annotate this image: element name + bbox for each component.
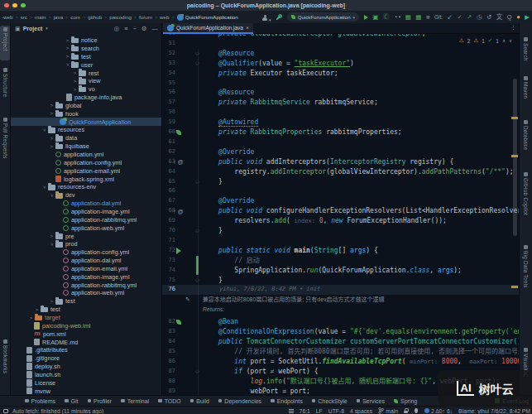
tree-item[interactable]: application-web.yml <box>11 289 161 297</box>
tree-item[interactable]: >resources-env <box>11 183 161 191</box>
tree-item[interactable]: >vo <box>11 85 161 94</box>
tool-window-button-todo[interactable]: TODO <box>158 398 181 404</box>
stripe-tab-project[interactable]: Project <box>0 26 10 60</box>
chevron-down-icon[interactable]: ▾ <box>399 11 401 23</box>
chevron-collapsed-icon[interactable]: > <box>48 233 55 239</box>
history-icon[interactable]: ◷ <box>477 11 482 23</box>
hide-panel-icon[interactable]: — <box>152 25 159 32</box>
tree-item[interactable]: README.md <box>11 338 161 346</box>
indent-setting[interactable]: 4 spaces <box>350 408 372 414</box>
grid-icon[interactable] <box>289 409 294 413</box>
project-panel-title[interactable]: Project <box>23 26 43 31</box>
tool-window-button-dependencies[interactable]: Dependencies <box>218 398 261 404</box>
tree-item[interactable]: paicoding-web.iml <box>11 321 161 330</box>
plugin-orange-icon[interactable]: ● <box>516 11 520 23</box>
tree-item[interactable]: launch.sh <box>11 371 161 379</box>
inspection-widget[interactable]: ⚠2⚠1✓1∧∨ <box>459 37 512 44</box>
tree-item[interactable]: deploy.sh <box>11 363 161 371</box>
bell-icon[interactable] <box>414 408 419 413</box>
tree-item[interactable]: >liquibase <box>11 142 161 151</box>
tree-item[interactable]: >global <box>11 102 161 110</box>
tree-item[interactable]: mvnw <box>11 387 161 395</box>
tree-item[interactable]: >test <box>11 52 161 60</box>
breadcrumb-item[interactable]: QuickForumApplication <box>185 14 238 20</box>
chevron-collapsed-icon[interactable]: > <box>48 110 55 117</box>
fold-marker-icon[interactable]: ◇ <box>195 59 199 69</box>
breadcrumb-item[interactable]: web <box>160 14 169 20</box>
tree-item[interactable]: >hook <box>11 109 161 118</box>
tree-item[interactable]: application-email.yml <box>11 166 161 175</box>
tree-item[interactable]: application-image.yml <box>11 272 161 281</box>
breadcrumb-item[interactable]: -web <box>2 14 12 20</box>
tree-item[interactable]: application-config.yml <box>11 158 161 166</box>
wrench-icon[interactable] <box>276 14 282 21</box>
locate-file-icon[interactable]: ◎ <box>114 25 120 32</box>
tree-item[interactable]: >search <box>11 45 161 53</box>
chevron-expanded-icon[interactable]: > <box>65 61 71 69</box>
chevron-collapsed-icon[interactable]: > <box>64 37 71 44</box>
next-issue-icon[interactable]: ∨ <box>509 38 512 43</box>
tree-item[interactable]: .gitignore <box>11 354 161 363</box>
collapse-all-icon[interactable]: ≡ <box>124 25 127 32</box>
stripe-tab-maven[interactable]: Maven <box>520 76 532 114</box>
fold-marker-icon[interactable]: ◇ <box>195 367 199 377</box>
prev-issue-icon[interactable]: ∧ <box>502 38 506 43</box>
editor-tab[interactable]: QuickForumApplication.java × <box>163 23 253 34</box>
fold-marker-icon[interactable]: ◇ <box>195 276 199 286</box>
override-gutter-icon[interactable]: ↑ <box>173 209 176 214</box>
spring-bean-gutter-icon[interactable] <box>176 320 181 325</box>
tree-item[interactable]: application-config.yml <box>11 248 161 257</box>
tree-item[interactable]: logback-spring.xml <box>11 175 161 183</box>
tree-item[interactable]: >data <box>11 134 161 142</box>
override-gutter-icon[interactable]: ↑ <box>173 159 176 165</box>
git-push-icon[interactable]: ↗ <box>467 11 472 23</box>
line-ending[interactable]: LF <box>316 408 323 414</box>
run-config-select[interactable]: QuickForumApplication▾ <box>287 12 359 22</box>
encoding[interactable]: UTF-8 <box>328 408 344 414</box>
stripe-tab-database[interactable]: Database <box>520 120 532 166</box>
breadcrumb[interactable]: -web>src>main>java>com>github>paicoding>… <box>0 14 238 21</box>
breadcrumb-item[interactable]: paicoding <box>109 14 132 20</box>
tree-item[interactable]: >target <box>11 314 161 322</box>
tree-item[interactable]: application-rabbitmq.yml <box>11 215 161 224</box>
stop-icon[interactable]: ■ <box>426 11 430 23</box>
settings-gear-icon[interactable]: ⚙ <box>141 25 147 32</box>
breadcrumb-item[interactable]: forum <box>139 14 152 20</box>
tree-item[interactable]: >dev <box>11 191 161 200</box>
tree-item[interactable]: >view <box>11 77 161 85</box>
tree-item[interactable]: >resources <box>11 126 161 134</box>
run-icon[interactable] <box>364 15 368 20</box>
chevron-collapsed-icon[interactable]: > <box>48 298 55 305</box>
tree-item[interactable]: mpom.xml <box>11 330 161 338</box>
rollback-icon[interactable]: ↺ <box>486 11 491 23</box>
stripe-tab-bookmarks[interactable]: Bookmarks <box>0 338 10 383</box>
chevron-collapsed-icon[interactable]: > <box>64 45 71 51</box>
chevron-collapsed-icon[interactable]: > <box>64 53 71 60</box>
tree-item[interactable]: application.yml <box>11 151 161 159</box>
chevron-down-icon[interactable]: ▼ <box>45 26 48 31</box>
git-update-icon[interactable]: ↙ <box>448 11 453 23</box>
chevron-collapsed-icon[interactable]: > <box>71 78 79 84</box>
translate-icon[interactable]: 文 <box>496 11 503 23</box>
stripe-tab-structure[interactable]: Structure <box>0 66 10 109</box>
chevron-expanded-icon[interactable]: > <box>49 240 55 248</box>
lock-icon[interactable] <box>404 408 408 413</box>
breadcrumb-item[interactable]: src <box>21 14 27 20</box>
profiler-icon[interactable]: ◔ <box>394 11 398 23</box>
stripe-tab-pull-requests[interactable]: Pull Requests <box>0 116 10 167</box>
chevron-expanded-icon[interactable]: > <box>41 183 48 190</box>
tool-window-toggle-icon[interactable] <box>3 409 8 413</box>
user-icon[interactable]: ▾ <box>262 10 271 25</box>
tool-window-button-terminal[interactable]: Terminal <box>121 398 149 404</box>
tool-window-button-git[interactable]: Git <box>65 398 78 404</box>
tree-item[interactable]: application-image.yml <box>11 208 161 216</box>
chevron-collapsed-icon[interactable]: > <box>33 306 41 313</box>
run-gutter-icon[interactable] <box>176 248 181 254</box>
annotation-gutter-icon[interactable]: @ <box>178 209 184 214</box>
tool-window-button-endpoints[interactable]: Endpoints <box>271 398 303 404</box>
fold-marker-icon[interactable]: ◇ <box>195 177 199 187</box>
tree-item[interactable]: application-rabbitmq.yml <box>11 281 161 289</box>
tree-item[interactable]: application-email.yml <box>11 265 161 273</box>
breadcrumb-item[interactable]: github <box>88 14 102 20</box>
tree-item[interactable]: QuickForumApplication <box>11 118 161 126</box>
